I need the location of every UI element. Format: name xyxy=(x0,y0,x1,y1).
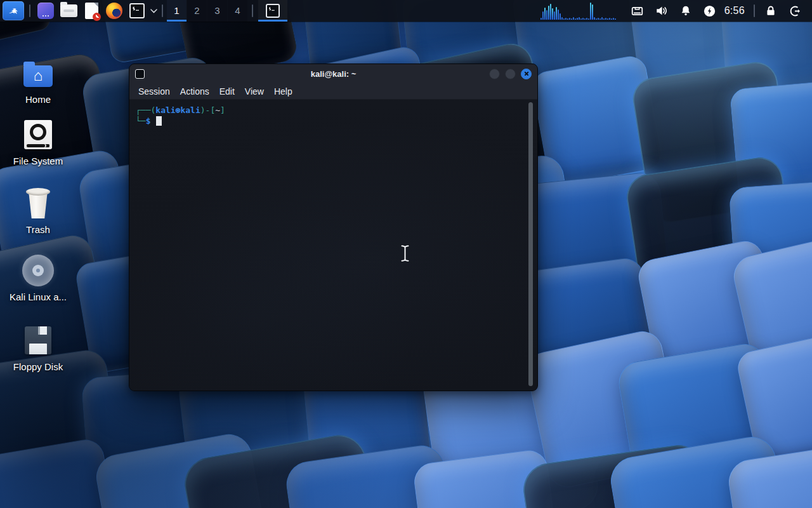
launcher-text-editor[interactable] xyxy=(82,1,101,20)
notifications-bell-icon[interactable] xyxy=(678,3,694,19)
desktop-icon-trash[interactable]: Trash xyxy=(5,187,71,235)
cpu-graph[interactable] xyxy=(540,3,618,20)
terminal-icon xyxy=(266,4,280,18)
launcher-file-manager[interactable] xyxy=(59,1,78,20)
menu-item-session[interactable]: Session xyxy=(133,85,175,98)
desktop-icon-list: HomeFile SystemTrashKali Linux a...Flopp… xyxy=(5,22,74,377)
trash-icon xyxy=(25,188,51,218)
terminal-window: kali@kali: ~ SessionActionsEditViewHelp … xyxy=(129,64,538,391)
panel-separator xyxy=(252,4,253,17)
panel-separator xyxy=(754,4,755,17)
close-button[interactable] xyxy=(521,69,532,79)
menu-item-view[interactable]: View xyxy=(240,85,269,98)
terminal-scrollbar[interactable] xyxy=(528,102,533,386)
floppy-icon xyxy=(25,326,51,354)
kali-menu-icon xyxy=(6,2,21,20)
prompt-line-1: ┌──(kali⊛kali)-[~] xyxy=(136,105,531,116)
menu-item-help[interactable]: Help xyxy=(269,85,298,98)
file-manager-icon xyxy=(60,4,77,17)
top-panel: 1234 6:56 xyxy=(0,0,812,22)
terminal-launcher-icon xyxy=(129,3,145,18)
menu-item-edit[interactable]: Edit xyxy=(214,85,240,98)
workspace-switcher: 1234 xyxy=(167,0,248,22)
desktop-icon-home[interactable]: Home xyxy=(5,57,71,105)
lock-screen-icon[interactable] xyxy=(763,3,779,19)
power-manager-icon[interactable] xyxy=(702,3,718,19)
clock[interactable]: 6:56 xyxy=(724,5,745,17)
home-folder-icon xyxy=(23,65,53,87)
launcher-desktop-app[interactable] xyxy=(36,1,55,20)
menu-item-actions[interactable]: Actions xyxy=(175,85,214,98)
desktop-icon-file-system[interactable]: File System xyxy=(5,118,71,166)
desktop-icon-label: Trash xyxy=(26,224,50,235)
network-icon[interactable] xyxy=(629,3,646,19)
taskbar-terminal-button[interactable] xyxy=(258,0,287,22)
chevron-down-icon[interactable] xyxy=(149,9,158,13)
volume-icon[interactable] xyxy=(653,3,670,19)
terminal-icon xyxy=(135,69,145,79)
desktop-icon-floppy-disk[interactable]: Floppy Disk xyxy=(5,324,71,372)
menu-bar: SessionActionsEditViewHelp xyxy=(129,83,537,100)
minimize-button[interactable] xyxy=(489,69,500,79)
panel-separator xyxy=(162,4,163,17)
desktop-icon-label: Floppy Disk xyxy=(13,361,63,372)
firefox-icon xyxy=(106,3,122,19)
desktop-app-icon xyxy=(37,3,54,19)
applications-menu-button[interactable] xyxy=(3,1,24,20)
workspace-4[interactable]: 4 xyxy=(228,0,247,22)
workspace-2[interactable]: 2 xyxy=(187,0,207,22)
desktop-icon-label: File System xyxy=(13,156,63,166)
launcher-terminal[interactable] xyxy=(128,1,147,20)
terminal-output[interactable]: ┌──(kali⊛kali)-[~] └─$ xyxy=(129,100,537,391)
terminal-cursor xyxy=(156,116,162,126)
drive-icon xyxy=(24,120,52,149)
logout-icon[interactable] xyxy=(787,3,803,19)
panel-separator xyxy=(29,4,30,17)
desktop-icon-kali-linux-a[interactable]: Kali Linux a... xyxy=(5,254,71,302)
window-title: kali@kali: ~ xyxy=(129,69,537,79)
maximize-button[interactable] xyxy=(505,69,516,79)
window-titlebar[interactable]: kali@kali: ~ xyxy=(129,64,537,83)
workspace-1[interactable]: 1 xyxy=(167,0,187,22)
disc-icon xyxy=(22,255,54,286)
prompt-line-2: └─$ xyxy=(136,116,531,126)
desktop-icon-label: Kali Linux a... xyxy=(10,291,67,302)
workspace-3[interactable]: 3 xyxy=(207,0,227,22)
text-editor-icon xyxy=(85,3,98,19)
launcher-firefox[interactable] xyxy=(105,1,124,20)
desktop-icon-label: Home xyxy=(25,94,51,105)
